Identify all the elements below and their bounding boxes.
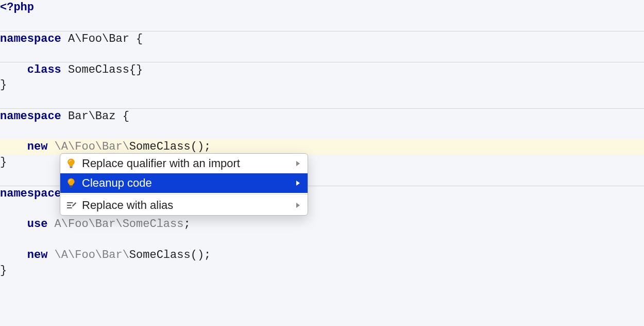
popup-item-label: Cleanup code bbox=[82, 176, 294, 190]
chevron-right-icon bbox=[294, 181, 301, 186]
code-line[interactable]: new \A\Foo\Bar\SomeClass(); bbox=[0, 248, 644, 263]
bulb-icon bbox=[66, 177, 82, 189]
chevron-right-icon bbox=[294, 161, 301, 166]
code-line-highlighted[interactable]: new \A\Foo\Bar\SomeClass(); bbox=[0, 139, 644, 155]
chevron-right-icon bbox=[294, 203, 301, 208]
php-open-tag: <?php bbox=[0, 1, 34, 14]
popup-item-cleanup-code[interactable]: Cleanup code bbox=[60, 173, 308, 193]
code-line[interactable]: } bbox=[0, 263, 644, 279]
code-line[interactable]: use A\Foo\Bar\SomeClass; bbox=[0, 217, 644, 232]
code-line-empty[interactable] bbox=[0, 46, 644, 62]
code-line[interactable]: } bbox=[0, 77, 644, 93]
code-line[interactable]: namespace A\Foo\Bar { bbox=[0, 31, 644, 46]
code-line-empty[interactable] bbox=[0, 232, 644, 248]
popup-separator bbox=[60, 194, 308, 194]
code-line[interactable]: class SomeClass{} bbox=[0, 62, 644, 77]
popup-item-label: Replace qualifier with an import bbox=[82, 157, 294, 170]
intention-actions-popup: Replace qualifier with an import Cleanup… bbox=[60, 153, 308, 216]
bulb-icon bbox=[66, 158, 82, 169]
code-line[interactable]: <?php bbox=[0, 0, 644, 15]
code-editor[interactable]: <?php namespace A\Foo\Bar { class SomeCl… bbox=[0, 0, 644, 326]
code-line[interactable]: namespace Bar\Baz { bbox=[0, 108, 644, 124]
code-line-bulb[interactable] bbox=[0, 124, 644, 139]
code-line-empty[interactable] bbox=[0, 15, 644, 31]
code-line-empty[interactable] bbox=[0, 93, 644, 108]
popup-item-replace-qualifier[interactable]: Replace qualifier with an import bbox=[60, 154, 308, 173]
popup-item-replace-alias[interactable]: Replace with alias bbox=[60, 195, 308, 215]
popup-item-label: Replace with alias bbox=[82, 199, 294, 212]
pencil-icon bbox=[66, 200, 82, 210]
intention-bulb-icon[interactable] bbox=[11, 124, 22, 138]
